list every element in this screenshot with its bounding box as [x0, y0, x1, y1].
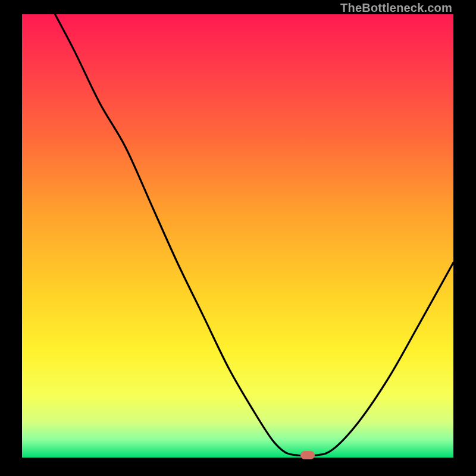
- optimum-marker: [300, 451, 315, 459]
- chart-container: TheBottleneck.com: [0, 0, 476, 476]
- plot-area: [22, 14, 453, 458]
- bottleneck-curve: [22, 14, 453, 458]
- watermark-text: TheBottleneck.com: [340, 1, 452, 15]
